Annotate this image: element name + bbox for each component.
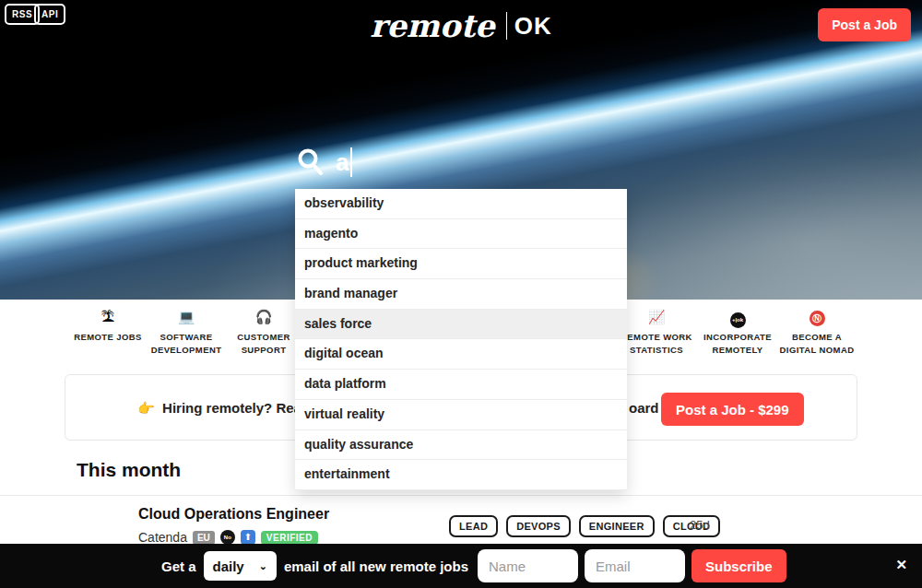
job-title[interactable]: Cloud Operations Engineer	[138, 506, 329, 523]
nav-item-remote-work-statistics[interactable]: 📈 Remote Work Statistics	[618, 307, 695, 357]
suggestion-digital-ocean[interactable]: digital ocean	[295, 339, 627, 370]
email-input[interactable]	[585, 549, 685, 582]
headphones-icon: 🎧	[229, 307, 299, 327]
nav-item-software-development[interactable]: 💻 Software Development	[148, 307, 225, 357]
palm-island-icon: 🏝	[72, 307, 144, 327]
section-title-this-month: This month	[77, 459, 181, 481]
job-tags: LEAD DEVOPS ENGINEER CLOUD	[449, 515, 720, 537]
search-suggestions-dropdown: observability magento product marketing …	[295, 189, 627, 490]
subscribe-text-get-a: Get a	[161, 559, 196, 574]
banner-text-left: 👉 Hiring remotely? Reach	[137, 400, 317, 417]
suggestion-brand-manager[interactable]: brand manager	[295, 279, 627, 310]
nav-label: Customer Support	[229, 331, 299, 357]
suggestion-entertainment[interactable]: entertainment	[295, 460, 627, 490]
search-input[interactable]: a	[297, 143, 352, 182]
suggestion-data-platform[interactable]: data platform	[295, 370, 627, 400]
banner-text-right: oard	[629, 400, 659, 416]
name-input[interactable]	[478, 549, 578, 582]
logo-remote-text: remote	[370, 7, 495, 44]
company-name[interactable]: Catenda	[138, 530, 187, 545]
post-a-job-299-button[interactable]: Post a Job - $299	[661, 393, 804, 426]
company-badge-dark-icon: No	[220, 530, 235, 545]
nav-item-remote-jobs[interactable]: 🏝 Remote Jobs	[72, 307, 144, 344]
post-a-job-button[interactable]: Post a Job	[818, 8, 911, 41]
pointing-finger-icon: 👉	[137, 400, 155, 416]
top-bar: RSS API remoteOK Post a Job	[0, 0, 922, 55]
tag-devops[interactable]: DEVOPS	[506, 515, 571, 537]
incorporate-logo-icon: +|ok	[730, 312, 746, 328]
nomad-list-logo-icon: Ⓝ	[810, 311, 825, 326]
nav-item-customer-support[interactable]: 🎧 Customer Support	[229, 307, 299, 357]
suggestion-sales-force[interactable]: sales force	[295, 310, 627, 340]
logo-ok-text: OK	[514, 12, 552, 40]
suggestion-quality-assurance[interactable]: quality assurance	[295, 430, 627, 461]
tag-engineer[interactable]: ENGINEER	[579, 515, 655, 537]
job-age: 25d	[690, 518, 710, 532]
tag-lead[interactable]: LEAD	[449, 515, 498, 537]
nav-item-incorporate-remotely[interactable]: +|ok Incorporate Remotely	[697, 307, 778, 357]
suggestion-magento[interactable]: magento	[295, 219, 627, 250]
nav-label: Remote Jobs	[72, 331, 144, 344]
nav-label: Incorporate Remotely	[697, 331, 778, 357]
nav-item-become-digital-nomad[interactable]: Ⓝ Become A Digital Nomad	[777, 307, 857, 357]
subscribe-button[interactable]: Subscribe	[692, 549, 786, 582]
remoteok-logo[interactable]: remoteOK	[0, 7, 922, 44]
location-badge-eu[interactable]: EU	[193, 531, 215, 545]
nav-label: Software Development	[148, 331, 225, 357]
close-icon[interactable]: ✕	[895, 557, 907, 573]
suggestion-virtual-reality[interactable]: virtual reality	[295, 400, 627, 430]
suggestion-observability[interactable]: observability	[295, 189, 627, 219]
laptop-icon: 💻	[148, 307, 225, 327]
search-query-text: a	[336, 148, 349, 177]
nav-label: Remote Work Statistics	[618, 331, 695, 357]
frequency-value: daily	[213, 559, 244, 574]
logo-divider	[506, 12, 507, 40]
job-company-row: Catenda EU No ⬆ VERIFIED	[138, 530, 318, 545]
chart-increasing-icon: 📈	[618, 307, 695, 327]
upvote-badge-icon: ⬆	[241, 530, 255, 545]
chevron-down-icon: ⌄	[259, 560, 267, 572]
suggestion-product-marketing[interactable]: product marketing	[295, 249, 627, 279]
nav-label: Become A Digital Nomad	[777, 331, 857, 357]
text-caret	[350, 147, 352, 177]
subscribe-bar: Get a daily ⌄ email of all new remote jo…	[0, 544, 922, 588]
subscribe-text-rest: email of all new remote jobs	[284, 559, 468, 574]
verified-badge: VERIFIED	[261, 531, 318, 545]
frequency-select[interactable]: daily ⌄	[204, 551, 277, 581]
search-icon	[297, 147, 325, 178]
